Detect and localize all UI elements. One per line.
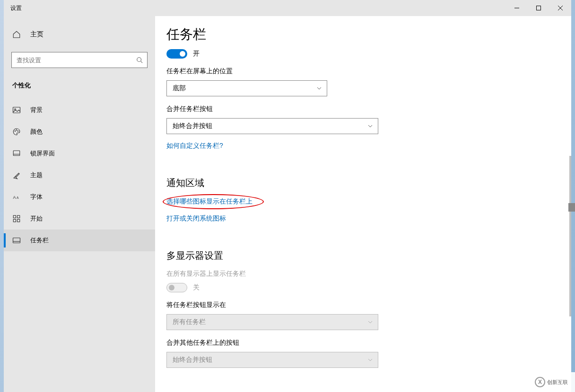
window-title: 设置 [4,4,22,12]
search-icon [136,57,143,63]
sidebar-item-label: 字体 [30,193,43,201]
taskbar-icon [12,236,21,245]
settings-window: 设置 主页 个性化 [4,0,571,392]
close-icon [558,6,563,10]
multi-combine-dropdown: 始终合并按钮 [166,352,378,368]
palette-icon [12,128,21,136]
help-link[interactable]: 如何自定义任务栏? [166,142,223,150]
sidebar-item-label: 颜色 [30,128,43,136]
svg-text:A: A [13,195,16,200]
svg-rect-1 [537,6,541,10]
chevron-down-icon [316,85,322,91]
svg-text:A: A [17,196,19,199]
sidebar-item-colors[interactable]: 颜色 [4,121,155,143]
maximize-icon [536,6,541,10]
position-dropdown[interactable]: 底部 [166,80,327,96]
toggle-state-label: 开 [193,50,200,58]
home-label: 主页 [30,30,44,39]
dropdown-value: 底部 [173,84,186,93]
sidebar-item-label: 背景 [30,106,43,114]
multi-buttons-dropdown: 所有任务栏 [166,314,378,330]
chevron-down-icon [367,123,373,129]
minimize-button[interactable] [506,0,528,16]
sidebar-item-fonts[interactable]: AA 字体 [4,186,155,208]
sidebar-item-taskbar[interactable]: 任务栏 [4,230,155,251]
annotation-circle: 选择哪些图标显示在任务栏上 [166,197,253,206]
combine-label: 合并任务栏按钮 [166,105,562,113]
select-icons-link[interactable]: 选择哪些图标显示在任务栏上 [166,197,253,206]
sidebar-item-label: 锁屏界面 [30,149,55,158]
position-label: 任务栏在屏幕上的位置 [166,67,562,76]
watermark-text: 创新互联 [547,379,568,386]
multi-combine-label: 合并其他任务栏上的按钮 [166,339,562,347]
svg-rect-11 [13,151,20,156]
watermark: X 创新互联 [528,372,575,392]
watermark-logo: X [535,377,545,387]
svg-rect-17 [13,220,16,222]
svg-point-10 [17,131,18,132]
sidebar: 主页 个性化 背景 颜色 锁屏界面 [4,16,155,392]
svg-rect-19 [13,238,20,243]
sidebar-item-themes[interactable]: 主题 [4,164,155,186]
content-area: 任务栏 开 任务栏在屏幕上的位置 底部 合并任务栏按钮 始终合并按钮 如何自定义… [155,16,571,392]
dropdown-value: 所有任务栏 [173,318,206,326]
chevron-down-icon [367,357,373,363]
sidebar-item-label: 任务栏 [30,236,49,245]
chevron-down-icon [367,319,373,325]
search-input[interactable] [11,52,148,68]
svg-point-9 [16,130,17,131]
dropdown-value: 始终合并按钮 [173,356,212,364]
picture-icon [12,106,21,114]
scrollbar-thumb[interactable] [568,203,575,212]
sidebar-item-start[interactable]: 开始 [4,208,155,230]
svg-line-5 [141,61,143,63]
home-icon [12,30,21,39]
lockscreen-icon [12,149,21,158]
category-label: 个性化 [4,76,155,94]
combine-dropdown[interactable]: 始终合并按钮 [166,118,378,134]
scrollbar[interactable] [569,156,571,316]
taskbar-toggle[interactable] [166,49,187,59]
fonts-icon: AA [12,193,21,201]
svg-point-4 [137,58,141,62]
toggle-state-label: 关 [193,283,200,292]
sidebar-item-background[interactable]: 背景 [4,99,155,121]
multi-buttons-label: 将任务栏按钮显示在 [166,301,562,309]
close-button[interactable] [549,0,571,16]
multi-display-toggle [166,283,187,292]
titlebar: 设置 [4,0,571,16]
page-title: 任务栏 [166,26,562,43]
maximize-button[interactable] [528,0,549,16]
svg-rect-15 [13,215,16,218]
notification-section-title: 通知区域 [166,177,562,189]
multi-display-section-title: 多显示器设置 [166,249,562,262]
svg-point-8 [15,131,16,132]
multi-show-label: 在所有显示器上显示任务栏 [166,270,562,278]
sidebar-item-label: 主题 [30,171,43,179]
svg-rect-16 [17,215,20,218]
system-icons-link[interactable]: 打开或关闭系统图标 [166,214,226,223]
svg-rect-18 [17,220,20,222]
start-icon [12,214,21,223]
home-button[interactable]: 主页 [4,26,155,43]
sidebar-item-label: 开始 [30,214,43,223]
sidebar-item-lockscreen[interactable]: 锁屏界面 [4,143,155,164]
minimize-icon [514,6,519,10]
dropdown-value: 始终合并按钮 [173,122,212,130]
brush-icon [12,171,21,179]
